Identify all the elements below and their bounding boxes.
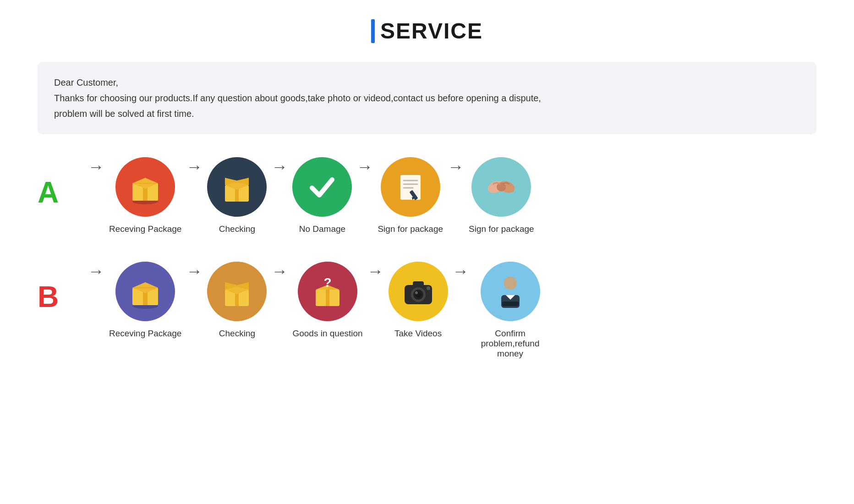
- step-b3: ? Goods in question: [292, 262, 362, 339]
- step-a2-icon: [207, 157, 267, 217]
- step-b2-icon: [207, 262, 267, 321]
- step-b2-label: Checking: [219, 329, 255, 339]
- arrow-b1: →: [186, 262, 203, 281]
- step-b3-label: Goods in question: [292, 329, 362, 339]
- step-a1: Receving Package: [109, 157, 181, 234]
- svg-point-40: [415, 291, 418, 294]
- info-line2: Thanks for choosing our products.If any …: [54, 90, 800, 106]
- arrow-a1: →: [186, 157, 203, 176]
- step-b1-icon: [115, 262, 175, 321]
- title-accent-bar: [371, 19, 375, 43]
- arrow-b3: →: [367, 262, 384, 281]
- row-a-label: A: [38, 175, 70, 209]
- step-a4-label: Sign for package: [378, 224, 443, 234]
- step-a5-icon: [471, 157, 531, 217]
- arrow-a2: →: [271, 157, 288, 176]
- step-a5: Sign for package: [469, 157, 534, 234]
- step-a4: Sign for package: [378, 157, 443, 234]
- svg-rect-41: [413, 281, 424, 287]
- arrow-b0: →: [88, 262, 104, 281]
- step-a3-label: No Damage: [299, 224, 345, 234]
- svg-point-43: [504, 277, 517, 290]
- step-a3-icon: [292, 157, 352, 217]
- step-b1: Receving Package: [109, 262, 181, 339]
- arrow-b2: →: [271, 262, 288, 281]
- step-a2-label: Checking: [219, 224, 255, 234]
- step-a2: Checking: [207, 157, 267, 234]
- step-a4-icon: [381, 157, 440, 217]
- step-b2: Checking: [207, 262, 267, 339]
- arrow-a0: →: [88, 157, 104, 176]
- step-a1-label: Receving Package: [109, 224, 181, 234]
- page-title-area: SERVICE: [371, 18, 483, 44]
- svg-rect-46: [502, 301, 519, 306]
- step-b5-label: Confirm problem,refund money: [474, 329, 547, 359]
- step-a5-label: Sign for package: [469, 224, 534, 234]
- step-b4-icon: [389, 262, 448, 321]
- row-b-label: B: [38, 280, 70, 314]
- info-line1: Dear Customer,: [54, 75, 800, 90]
- page-title: SERVICE: [380, 18, 483, 44]
- arrow-a3: →: [356, 157, 373, 176]
- step-b5: Confirm problem,refund money: [474, 262, 547, 359]
- arrow-a4: →: [448, 157, 464, 176]
- step-b4-label: Take Videos: [394, 329, 442, 339]
- step-a3: No Damage: [292, 157, 352, 234]
- info-box: Dear Customer, Thanks for choosing our p…: [38, 62, 816, 134]
- svg-rect-32: [326, 290, 329, 306]
- info-line3: problem will be solved at first time.: [54, 106, 800, 121]
- step-b4: Take Videos: [389, 262, 448, 339]
- svg-text:?: ?: [323, 275, 331, 290]
- step-a1-icon: [115, 157, 175, 217]
- svg-point-42: [427, 286, 430, 290]
- arrow-b4: →: [453, 262, 469, 281]
- flow-row-a: A → Receving Package →: [38, 157, 816, 234]
- flow-row-b: B → Receving Package →: [38, 262, 816, 359]
- step-b3-icon: ?: [298, 262, 357, 321]
- step-b5-icon: [481, 262, 540, 321]
- step-b1-label: Receving Package: [109, 329, 181, 339]
